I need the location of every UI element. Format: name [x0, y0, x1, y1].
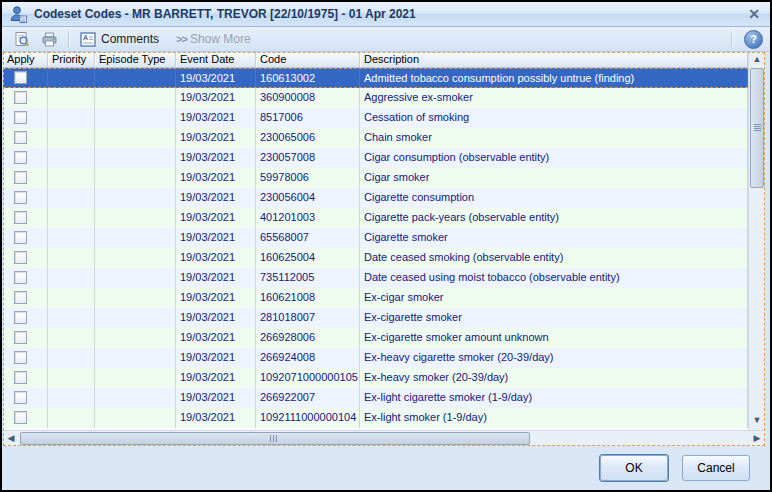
apply-checkbox[interactable] — [14, 351, 27, 364]
horizontal-scrollbar-thumb[interactable] — [20, 432, 530, 445]
column-header-code[interactable]: Code — [256, 52, 360, 67]
apply-checkbox[interactable] — [14, 111, 27, 124]
table-row[interactable]: 19/03/202165568007Cigarette smoker — [3, 228, 748, 248]
window-title: Codeset Codes - MR BARRETT, TREVOR [22/1… — [34, 7, 416, 21]
close-icon[interactable]: ✕ — [745, 5, 763, 23]
table-row[interactable]: 19/03/2021230065006Chain smoker — [3, 128, 748, 148]
scroll-left-icon[interactable]: ◀ — [4, 431, 18, 446]
apply-checkbox[interactable] — [14, 311, 27, 324]
priority-cell — [48, 268, 95, 288]
ok-button[interactable]: OK — [600, 455, 668, 481]
apply-cell — [3, 328, 48, 348]
cancel-button[interactable]: Cancel — [682, 455, 750, 481]
show-more-label[interactable]: Show More — [190, 32, 251, 46]
vertical-scrollbar-thumb[interactable] — [750, 68, 764, 188]
event-date-cell: 19/03/2021 — [176, 108, 256, 128]
code-cell: 65568007 — [256, 228, 360, 248]
apply-checkbox[interactable] — [14, 191, 27, 204]
apply-cell — [3, 208, 48, 228]
event-date-cell: 19/03/2021 — [176, 348, 256, 368]
apply-cell — [3, 388, 48, 408]
scrollbar-grip-icon — [754, 124, 761, 131]
apply-checkbox[interactable] — [14, 231, 27, 244]
scroll-up-icon[interactable]: ▲ — [749, 52, 765, 67]
print-preview-icon — [14, 31, 31, 48]
print-preview-button[interactable] — [9, 29, 36, 50]
column-header-episode-type[interactable]: Episode Type — [95, 52, 176, 67]
event-date-cell: 19/03/2021 — [176, 168, 256, 188]
vertical-scrollbar[interactable]: ▲ ▼ — [748, 52, 765, 430]
apply-checkbox[interactable] — [14, 131, 27, 144]
table-row[interactable]: 19/03/2021266928006Ex-cigarette smoker a… — [3, 328, 748, 348]
column-header-apply[interactable]: Apply — [3, 52, 48, 67]
description-cell: Ex-cigarette smoker amount unknown — [360, 328, 748, 348]
table-row[interactable]: 19/03/2021160613002Admitted tobacco cons… — [3, 68, 748, 88]
code-cell: 59978006 — [256, 168, 360, 188]
apply-checkbox[interactable] — [14, 411, 27, 424]
comments-label: Comments — [101, 32, 159, 46]
apply-checkbox[interactable] — [14, 251, 27, 264]
table-row[interactable]: 19/03/2021266924008Ex-heavy cigarette sm… — [3, 348, 748, 368]
column-header-event-date[interactable]: Event Date — [176, 52, 256, 67]
comments-icon: A — [80, 32, 96, 47]
description-cell: Ex-light cigarette smoker (1-9/day) — [360, 388, 748, 408]
print-button[interactable] — [36, 29, 63, 50]
apply-checkbox[interactable] — [14, 331, 27, 344]
description-cell: Cigar consumption (observable entity) — [360, 148, 748, 168]
table-row[interactable]: 19/03/2021401201003Cigarette pack-years … — [3, 208, 748, 228]
code-cell: 360900008 — [256, 88, 360, 108]
description-cell: Cigarette smoker — [360, 228, 748, 248]
apply-cell — [3, 228, 48, 248]
priority-cell — [48, 288, 95, 308]
apply-checkbox[interactable] — [14, 171, 27, 184]
code-cell: 281018007 — [256, 308, 360, 328]
apply-cell — [3, 128, 48, 148]
table-row[interactable]: 19/03/20218517006Cessation of smoking — [3, 108, 748, 128]
apply-checkbox[interactable] — [14, 91, 27, 104]
svg-text:A: A — [83, 34, 88, 41]
apply-checkbox[interactable] — [14, 391, 27, 404]
description-cell: Cessation of smoking — [360, 108, 748, 128]
table-row[interactable]: 19/03/2021281018007Ex-cigarette smoker — [3, 308, 748, 328]
scroll-down-icon[interactable]: ▼ — [749, 413, 765, 428]
apply-cell — [3, 408, 48, 428]
event-date-cell: 19/03/2021 — [176, 288, 256, 308]
apply-checkbox[interactable] — [14, 271, 27, 284]
description-cell: Cigarette consumption — [360, 188, 748, 208]
help-icon[interactable]: ? — [744, 30, 763, 49]
table-row[interactable]: 19/03/20211092111000000104Ex-light smoke… — [3, 408, 748, 428]
apply-cell — [3, 268, 48, 288]
priority-cell — [48, 208, 95, 228]
scroll-right-icon[interactable]: ▶ — [750, 431, 764, 446]
apply-checkbox[interactable] — [14, 71, 27, 84]
priority-cell — [48, 408, 95, 428]
apply-checkbox[interactable] — [14, 211, 27, 224]
code-cell: 160613002 — [256, 69, 360, 87]
apply-checkbox[interactable] — [14, 291, 27, 304]
episode-type-cell — [95, 408, 176, 428]
description-cell: Cigar smoker — [360, 168, 748, 188]
comments-button[interactable]: A Comments — [75, 29, 164, 50]
episode-type-cell — [95, 88, 176, 108]
column-header-priority[interactable]: Priority — [48, 52, 95, 67]
event-date-cell: 19/03/2021 — [176, 328, 256, 348]
table-row[interactable]: 19/03/2021230056004Cigarette consumption — [3, 188, 748, 208]
table-row[interactable]: 19/03/2021160625004Date ceased smoking (… — [3, 248, 748, 268]
table-row[interactable]: 19/03/2021230057008Cigar consumption (ob… — [3, 148, 748, 168]
table-row[interactable]: 19/03/2021266922007Ex-light cigarette sm… — [3, 388, 748, 408]
event-date-cell: 19/03/2021 — [176, 268, 256, 288]
table-row[interactable]: 19/03/20211092071000000105Ex-heavy smoke… — [3, 368, 748, 388]
apply-checkbox[interactable] — [14, 371, 27, 384]
table-row[interactable]: 19/03/202159978006Cigar smoker — [3, 168, 748, 188]
horizontal-scrollbar[interactable]: ◀ ▶ — [3, 430, 765, 446]
description-cell: Ex-cigar smoker — [360, 288, 748, 308]
description-cell: Aggressive ex-smoker — [360, 88, 748, 108]
priority-cell — [48, 388, 95, 408]
table-row[interactable]: 19/03/2021360900008Aggressive ex-smoker — [3, 88, 748, 108]
table-row[interactable]: 19/03/2021735112005Date ceased using moi… — [3, 268, 748, 288]
episode-type-cell — [95, 388, 176, 408]
table-row[interactable]: 19/03/2021160621008Ex-cigar smoker — [3, 288, 748, 308]
overflow-chevron-icon[interactable]: >> — [176, 33, 187, 45]
apply-checkbox[interactable] — [14, 151, 27, 164]
column-header-description[interactable]: Description — [360, 52, 748, 67]
